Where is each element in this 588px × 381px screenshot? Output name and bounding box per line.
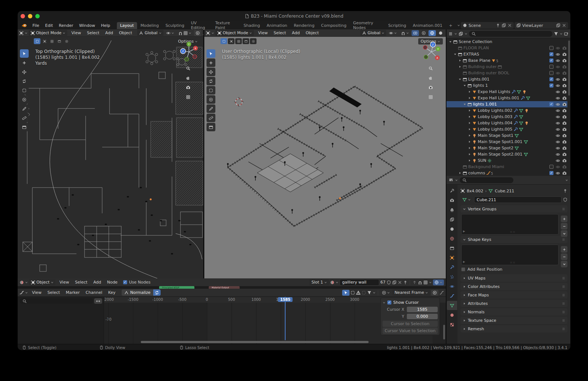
- viewlayer-selector[interactable]: ViewLayer: [514, 22, 568, 29]
- disable-render-toggle[interactable]: [562, 146, 567, 150]
- expander-icon[interactable]: [468, 90, 471, 93]
- tab-compositing[interactable]: Compositing: [318, 22, 350, 29]
- outliner-row[interactable]: Base Plane5✓: [447, 57, 567, 64]
- outliner-row[interactable]: Lobby Lights.002: [447, 107, 567, 114]
- expander-icon[interactable]: [468, 121, 471, 125]
- disable-render-toggle[interactable]: [562, 90, 567, 94]
- filter-id-icon[interactable]: [459, 32, 463, 36]
- falloff-icon[interactable]: [202, 31, 203, 35]
- show-errors-icon[interactable]: [356, 291, 361, 295]
- editor-type-chevron-icon[interactable]: [211, 32, 214, 35]
- hide-eye-toggle[interactable]: [556, 115, 560, 119]
- camera-view-icon[interactable]: [186, 85, 192, 91]
- node-header-output[interactable]: Material Output: [209, 286, 240, 289]
- outliner-row[interactable]: Lobby Lights.003: [447, 114, 567, 120]
- material-name-field[interactable]: galllery wall: [340, 279, 379, 286]
- outliner-row[interactable]: Expo Hall Lights.001: [447, 95, 567, 101]
- shading-solid[interactable]: [437, 30, 444, 36]
- floorplan-canvas[interactable]: [18, 29, 203, 278]
- snap-group-right[interactable]: [399, 30, 410, 36]
- tab-shading[interactable]: Shading: [240, 22, 263, 29]
- properties-tab-object-data[interactable]: [447, 301, 457, 310]
- transform-tool[interactable]: [20, 95, 29, 104]
- snap-icon[interactable]: [418, 280, 422, 285]
- breadcrumb-data[interactable]: Cube.211: [495, 189, 514, 193]
- hide-eye-toggle[interactable]: [556, 165, 560, 169]
- menu-select[interactable]: Select: [84, 30, 102, 36]
- panel-header-vertex-groups[interactable]: Vertex Groups: [460, 205, 567, 213]
- editor-type-icon[interactable]: [206, 31, 210, 35]
- menu-render[interactable]: Render: [56, 22, 76, 29]
- hide-eye-toggle[interactable]: [556, 121, 560, 125]
- properties-tab-world[interactable]: [447, 234, 457, 243]
- tab-sculpting[interactable]: Sculpting: [162, 22, 187, 29]
- remove-viewlayer-icon[interactable]: [562, 23, 566, 28]
- outliner-row[interactable]: Lobby Lights.004: [447, 120, 567, 126]
- properties-tab-tool[interactable]: [447, 186, 457, 195]
- specials-menu-button[interactable]: [561, 261, 567, 267]
- overlays-toggle[interactable]: [420, 30, 427, 36]
- annotate-tool[interactable]: [207, 104, 215, 113]
- proportional-edit-left[interactable]: [194, 30, 201, 36]
- expander-icon[interactable]: [468, 115, 471, 118]
- select-mode-paint[interactable]: [63, 38, 70, 44]
- pivot-dropdown-right[interactable]: [387, 30, 398, 36]
- menu-view[interactable]: View: [29, 289, 44, 296]
- properties-tab-physics[interactable]: [447, 282, 457, 291]
- graph-vertical-scrollbar[interactable]: [443, 325, 445, 339]
- channel-search-input[interactable]: [20, 298, 93, 304]
- tweak-tool[interactable]: [207, 49, 215, 58]
- pivot-dropdown-left[interactable]: [165, 30, 176, 36]
- shape-keys-list[interactable]: ▸⁙⁙: [461, 245, 559, 265]
- new-collection-icon[interactable]: [564, 32, 569, 36]
- tab-scripting[interactable]: Scripting: [385, 22, 409, 29]
- overlay-toggle[interactable]: [433, 279, 444, 285]
- exclude-checkbox[interactable]: ✓: [549, 58, 553, 63]
- material-users-count[interactable]: 67: [380, 280, 386, 285]
- disable-render-toggle[interactable]: [562, 65, 567, 69]
- resize-grip-icon[interactable]: ▸: [463, 229, 465, 234]
- use-nodes-checkbox[interactable]: ✓: [123, 280, 127, 284]
- menu-window[interactable]: Window: [76, 22, 98, 29]
- expander-icon[interactable]: [468, 109, 471, 112]
- menu-channel[interactable]: Channel: [83, 289, 105, 296]
- axis-gizmo[interactable]: Z Y X: [421, 41, 442, 63]
- select-mode-box[interactable]: [41, 38, 48, 44]
- outliner-row[interactable]: lights 1.001✓: [447, 101, 567, 107]
- shader-editor-content[interactable]: Principled BSDF Material Output: [18, 286, 446, 289]
- tab-animation[interactable]: Animation: [263, 22, 291, 29]
- scale-tool[interactable]: [20, 86, 29, 95]
- camera-view-icon[interactable]: [429, 85, 434, 91]
- ortho-toggle-icon[interactable]: [429, 95, 434, 101]
- hide-eye-toggle[interactable]: [556, 90, 560, 94]
- menu-file[interactable]: File: [29, 22, 42, 29]
- exclude-checkbox[interactable]: ✓: [549, 83, 553, 88]
- snap-group-left[interactable]: [177, 30, 193, 36]
- mesh-name-field[interactable]: Cube.211: [474, 196, 562, 203]
- only-selected-toggle[interactable]: [342, 290, 349, 296]
- tweak-tool[interactable]: [20, 49, 29, 58]
- specials-menu-button[interactable]: [561, 230, 567, 237]
- editor-type-chevron-icon[interactable]: [25, 281, 28, 284]
- disable-render-toggle[interactable]: [562, 165, 567, 169]
- outliner-row[interactable]: SUN: [447, 157, 567, 164]
- blender-logo-icon[interactable]: [21, 23, 27, 28]
- slot-dropdown[interactable]: Slot 1: [309, 279, 329, 285]
- panel-header-attributes[interactable]: Attributes: [460, 300, 567, 307]
- hide-eye-toggle[interactable]: [556, 46, 560, 50]
- properties-options-icon[interactable]: [565, 179, 568, 182]
- chevron-down-icon[interactable]: [429, 281, 432, 284]
- expander-icon[interactable]: [468, 96, 471, 100]
- disable-render-toggle[interactable]: [562, 140, 567, 144]
- hide-eye-toggle[interactable]: [556, 77, 560, 82]
- tab-animation-001[interactable]: Animation.001: [409, 22, 446, 29]
- tab-layout[interactable]: Layout: [117, 22, 137, 29]
- normalize-button[interactable]: Normalize: [122, 289, 160, 296]
- material-preview-icon[interactable]: [330, 280, 334, 285]
- add-rest-position-checkbox[interactable]: [461, 267, 465, 271]
- expander-icon[interactable]: [458, 59, 462, 62]
- menu-add[interactable]: Add: [289, 30, 302, 36]
- hide-eye-toggle[interactable]: [556, 127, 560, 132]
- panel-collapse-icon[interactable]: [383, 301, 386, 304]
- close-window-button[interactable]: [21, 14, 25, 18]
